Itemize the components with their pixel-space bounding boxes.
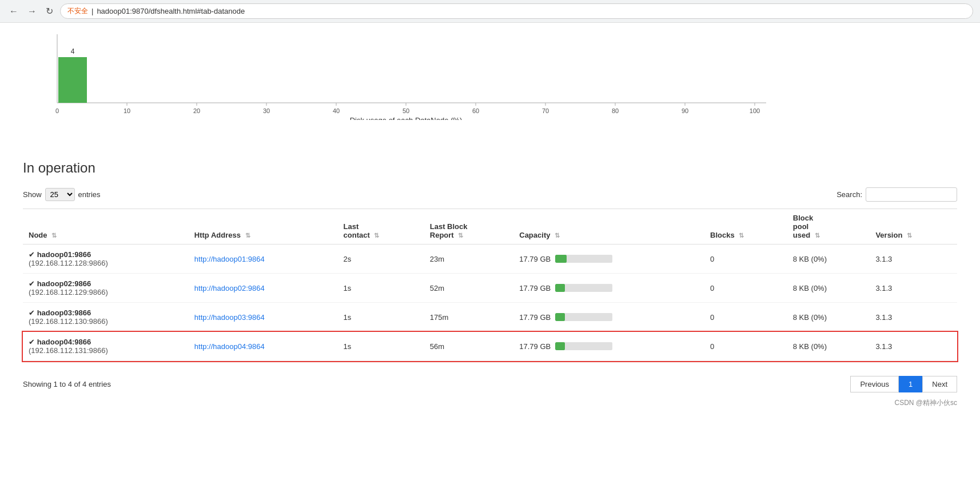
show-label: Show xyxy=(23,190,42,199)
col-version[interactable]: Version ⇅ xyxy=(870,209,957,245)
x-tick-0: 0 xyxy=(55,107,59,114)
col-capacity-label: Capacity xyxy=(519,231,550,239)
col-node[interactable]: Node ⇅ xyxy=(23,209,189,245)
last-contact-cell: 1s xyxy=(338,303,424,332)
progress-bar xyxy=(555,255,612,263)
col-block-pool-label: Blockpoolused xyxy=(793,214,813,239)
x-tick-50: 50 xyxy=(403,107,409,114)
node-check-icon: ✔ xyxy=(29,250,35,259)
capacity-bar: 17.79 GB xyxy=(519,255,699,263)
capacity-bar: 17.79 GB xyxy=(519,313,699,322)
sort-node-icon: ⇅ xyxy=(51,232,57,239)
bar-chart-svg: 4 0 10 20 30 40 50 60 70 80 90 100 xyxy=(34,29,778,120)
col-http-label: Http Address xyxy=(194,231,241,239)
progress-fill xyxy=(555,284,565,292)
search-input[interactable] xyxy=(866,187,957,202)
http-cell: http://hadoop04:9864 xyxy=(189,332,338,361)
http-link[interactable]: http://hadoop01:9864 xyxy=(194,255,265,263)
blocks-cell: 0 xyxy=(704,303,787,332)
sort-blocks-icon: ⇅ xyxy=(739,232,744,239)
datanode-table: Node ⇅ Http Address ⇅ Lastcontact ⇅ Last… xyxy=(23,209,957,361)
progress-fill xyxy=(555,255,567,263)
col-http[interactable]: Http Address ⇅ xyxy=(189,209,338,245)
table-controls: Show 10 25 50 100 entries Search: xyxy=(23,187,957,202)
chart-area: 4 0 10 20 30 40 50 60 70 80 90 100 xyxy=(23,23,957,137)
progress-bar xyxy=(555,313,612,321)
url-separator: | xyxy=(91,7,93,15)
http-link[interactable]: http://hadoop03:9864 xyxy=(194,313,265,322)
reload-button[interactable]: ↻ xyxy=(43,5,55,18)
section-title: In operation xyxy=(23,160,957,176)
last-contact-cell: 2s xyxy=(338,245,424,274)
next-button[interactable]: Next xyxy=(922,376,957,392)
chart-bar xyxy=(58,57,87,103)
entries-select[interactable]: 10 25 50 100 xyxy=(45,188,75,201)
sort-version-icon: ⇅ xyxy=(907,232,912,239)
http-cell: http://hadoop01:9864 xyxy=(189,245,338,274)
version-cell: 3.1.3 xyxy=(870,332,957,361)
version-cell: 3.1.3 xyxy=(870,303,957,332)
node-ip: (192.168.112.128:9866) xyxy=(29,259,108,267)
http-link[interactable]: http://hadoop02:9864 xyxy=(194,284,265,292)
node-check-icon: ✔ xyxy=(29,308,35,317)
col-last-contact-label: Lastcontact xyxy=(344,222,370,239)
col-blocks[interactable]: Blocks ⇅ xyxy=(704,209,787,245)
sort-pool-icon: ⇅ xyxy=(815,232,820,239)
blocks-cell: 0 xyxy=(704,245,787,274)
blocks-cell: 0 xyxy=(704,332,787,361)
capacity-cell: 17.79 GB xyxy=(513,245,704,274)
table-body: ✔ hadoop01:9866 (192.168.112.128:9866) h… xyxy=(23,245,957,361)
table-row: ✔ hadoop03:9866 (192.168.112.130:9866) h… xyxy=(23,303,957,332)
node-cell: ✔ hadoop01:9866 (192.168.112.128:9866) xyxy=(23,245,189,274)
progress-bar xyxy=(555,342,612,350)
node-cell: ✔ hadoop04:9866 (192.168.112.131:9866) xyxy=(23,332,189,361)
node-check-icon: ✔ xyxy=(29,279,35,288)
http-link[interactable]: http://hadoop04:9864 xyxy=(194,342,265,351)
back-button[interactable]: ← xyxy=(7,5,21,18)
watermark: CSDN @精神小伙sc xyxy=(23,398,957,408)
node-name: hadoop04:9866 xyxy=(37,338,91,346)
sort-contact-icon: ⇅ xyxy=(374,232,379,239)
col-last-contact[interactable]: Lastcontact ⇅ xyxy=(338,209,424,245)
col-blocks-label: Blocks xyxy=(710,231,735,239)
col-node-label: Node xyxy=(29,231,47,239)
table-row: ✔ hadoop02:9866 (192.168.112.129:9866) h… xyxy=(23,274,957,303)
sort-http-icon: ⇅ xyxy=(245,232,250,239)
blocks-cell: 0 xyxy=(704,274,787,303)
sort-block-icon: ⇅ xyxy=(458,232,463,239)
browser-bar: ← → ↻ 不安全 | hadoop01:9870/dfshealth.html… xyxy=(0,0,980,23)
last-block-cell: 52m xyxy=(424,274,513,303)
security-warning: 不安全 xyxy=(67,6,88,16)
x-tick-70: 70 xyxy=(542,107,549,114)
node-ip: (192.168.112.130:9866) xyxy=(29,317,108,326)
search-box: Search: xyxy=(836,187,957,202)
pagination: Previous 1 Next xyxy=(850,376,957,392)
node-name: hadoop02:9866 xyxy=(37,279,91,288)
previous-button[interactable]: Previous xyxy=(850,376,899,392)
page-content: 4 0 10 20 30 40 50 60 70 80 90 100 xyxy=(0,23,980,431)
node-cell: ✔ hadoop02:9866 (192.168.112.129:9866) xyxy=(23,274,189,303)
last-block-cell: 56m xyxy=(424,332,513,361)
progress-fill xyxy=(555,313,565,321)
table-row: ✔ hadoop01:9866 (192.168.112.128:9866) h… xyxy=(23,245,957,274)
page-1-button[interactable]: 1 xyxy=(899,376,922,392)
col-capacity[interactable]: Capacity ⇅ xyxy=(513,209,704,245)
url-bar: 不安全 | hadoop01:9870/dfshealth.html#tab-d… xyxy=(60,3,973,19)
capacity-text: 17.79 GB xyxy=(519,284,551,292)
sort-capacity-icon: ⇅ xyxy=(555,232,560,239)
x-tick-60: 60 xyxy=(472,107,479,114)
x-tick-80: 80 xyxy=(612,107,619,114)
col-block-pool[interactable]: Blockpoolused ⇅ xyxy=(787,209,870,245)
block-pool-cell: 8 KB (0%) xyxy=(787,332,870,361)
col-last-block[interactable]: Last BlockReport ⇅ xyxy=(424,209,513,245)
x-tick-40: 40 xyxy=(333,107,340,114)
node-name: hadoop03:9866 xyxy=(37,308,91,317)
block-pool-cell: 8 KB (0%) xyxy=(787,303,870,332)
forward-button[interactable]: → xyxy=(25,5,39,18)
capacity-cell: 17.79 GB xyxy=(513,332,704,361)
progress-fill xyxy=(555,342,565,350)
version-cell: 3.1.3 xyxy=(870,274,957,303)
node-ip: (192.168.112.129:9866) xyxy=(29,288,108,296)
search-label: Search: xyxy=(836,190,862,199)
show-entries: Show 10 25 50 100 entries xyxy=(23,188,101,201)
